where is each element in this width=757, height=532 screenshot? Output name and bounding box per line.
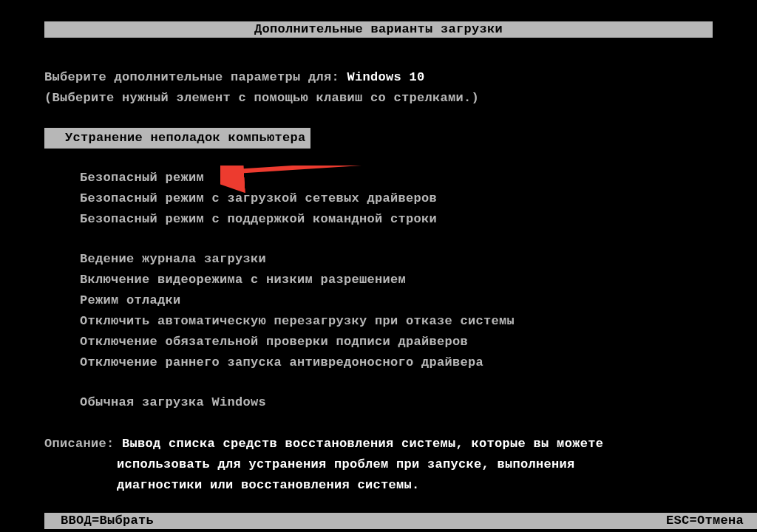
description-label: Описание: bbox=[44, 437, 115, 451]
title-text: Дополнительные варианты загрузки bbox=[254, 22, 503, 36]
selected-option-wrap: Устранение неполадок компьютера bbox=[44, 128, 713, 149]
footer-esc-hint: ESC=Отмена bbox=[666, 513, 744, 529]
option-disable-driver-sig[interactable]: Отключение обязательной проверки подписи… bbox=[44, 332, 713, 352]
option-disable-elam[interactable]: Отключение раннего запуска антивредоносн… bbox=[44, 352, 713, 373]
option-safe-mode-cmd[interactable]: Безопасный режим с поддержкой командной … bbox=[44, 209, 713, 230]
description-line-1: Вывод списка средств восстановления сист… bbox=[122, 437, 603, 451]
option-disable-auto-restart[interactable]: Отключить автоматическую перезагрузку пр… bbox=[44, 311, 713, 332]
option-safe-mode[interactable]: Безопасный режим bbox=[44, 168, 713, 188]
option-boot-logging[interactable]: Ведение журнала загрузки bbox=[44, 249, 713, 270]
options-group-advanced: Ведение журнала загрузки Включение видео… bbox=[44, 249, 713, 373]
options-group-normal: Обычная загрузка Windows bbox=[44, 392, 713, 413]
prompt-line: Выберите дополнительные параметры для: W… bbox=[44, 67, 713, 88]
options-group-safe-mode: Безопасный режим Безопасный режим с загр… bbox=[44, 168, 713, 230]
option-start-normally[interactable]: Обычная загрузка Windows bbox=[44, 392, 713, 413]
footer-bar: ВВОД=Выбрать ESC=Отмена bbox=[44, 513, 757, 529]
prompt-block: Выберите дополнительные параметры для: W… bbox=[44, 67, 713, 109]
prompt-text: Выберите дополнительные параметры для: bbox=[44, 70, 339, 84]
footer-enter-hint: ВВОД=Выбрать bbox=[61, 513, 154, 529]
prompt-os: Windows 10 bbox=[347, 70, 425, 84]
option-safe-mode-networking[interactable]: Безопасный режим с загрузкой сетевых дра… bbox=[44, 188, 713, 209]
description-block: Описание: Вывод списка средств восстанов… bbox=[44, 434, 713, 496]
option-repair-computer[interactable]: Устранение неполадок компьютера bbox=[44, 128, 310, 149]
option-debug-mode[interactable]: Режим отладки bbox=[44, 290, 713, 311]
hint-line: (Выберите нужный элемент с помощью клави… bbox=[44, 88, 713, 109]
description-text: Вывод списка средств восстановления сист… bbox=[44, 437, 713, 496]
title-bar: Дополнительные варианты загрузки bbox=[44, 21, 713, 38]
description-line-3: диагностики или восстановления системы. bbox=[44, 475, 713, 496]
description-line-2: использовать для устранения проблем при … bbox=[44, 454, 713, 475]
option-low-res-video[interactable]: Включение видеорежима с низким разрешени… bbox=[44, 270, 713, 290]
